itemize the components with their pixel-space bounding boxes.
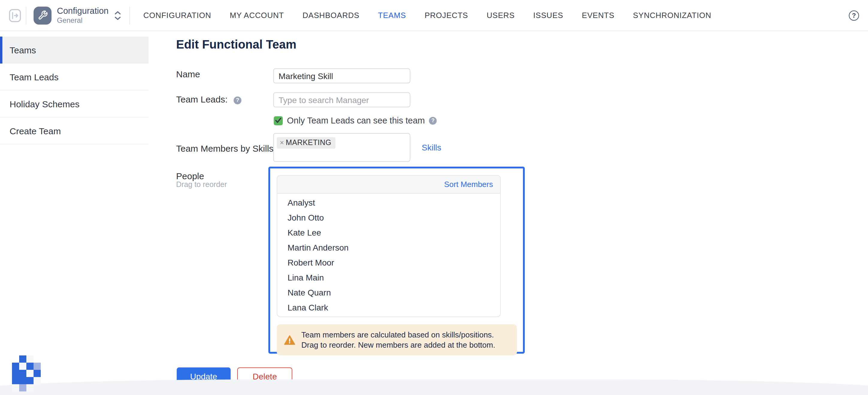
app-switcher-labels: Configuration General: [57, 6, 109, 24]
logo-pixel: [26, 370, 34, 377]
member-name: Analyst: [287, 198, 315, 207]
sort-members-link[interactable]: Sort Members: [444, 180, 493, 189]
top-nav-item[interactable]: SYNCHRONIZATION: [633, 11, 711, 20]
top-nav-item[interactable]: MY ACCOUNT: [230, 11, 284, 20]
logo-pixel: [26, 356, 34, 363]
skill-tag-label: MARKETING: [286, 139, 331, 147]
chevron-up-icon: [115, 10, 121, 15]
logo-pixel: [19, 356, 26, 363]
members-warning: Team members are calculated based on ski…: [277, 324, 517, 356]
logo-pixel: [34, 356, 41, 363]
logo-pixel: [34, 384, 41, 391]
logo-pixel: [19, 363, 26, 370]
skills-label: Team Members by Skills: [176, 143, 274, 153]
top-nav-item[interactable]: CONFIGURATION: [144, 11, 212, 20]
logo-pixel: [34, 363, 41, 370]
top-nav-item[interactable]: TEAMS: [378, 11, 406, 20]
skills-multiselect[interactable]: × MARKETING: [273, 133, 410, 162]
logo-pixel: [12, 363, 19, 370]
skill-tag: × MARKETING: [277, 137, 336, 148]
member-row[interactable]: Nate Quarn: [277, 285, 500, 300]
expand-sidebar-button[interactable]: [8, 7, 22, 23]
logo-pixel: [12, 384, 19, 391]
help-icon: ?: [852, 12, 856, 19]
visibility-checkbox[interactable]: [274, 116, 283, 125]
team-leads-label: Team Leads: ?: [176, 94, 241, 104]
top-bar-divider: [130, 6, 130, 24]
page-title: Edit Functional Team: [176, 38, 297, 52]
member-row[interactable]: Robert Moor: [277, 255, 500, 270]
remove-tag-icon[interactable]: ×: [280, 139, 284, 146]
app-switcher[interactable]: Configuration General: [26, 6, 130, 24]
warning-line-2: Drag to reorder. New members are added a…: [301, 340, 495, 350]
member-name: John Otto: [287, 212, 324, 222]
top-nav-item[interactable]: DASHBOARDS: [303, 11, 360, 20]
members-card: Sort Members Analyst John Otto Ka: [277, 175, 501, 317]
app-switcher-chevrons: [115, 10, 121, 20]
member-row[interactable]: Lana Clark: [277, 300, 500, 315]
member-name: Lina Main: [287, 272, 324, 282]
logo-pixel: [12, 377, 19, 384]
help-button[interactable]: ?: [849, 10, 859, 20]
people-panel: Sort Members Analyst John Otto Ka: [268, 166, 525, 354]
top-nav-item[interactable]: PROJECTS: [425, 11, 468, 20]
members-list: Analyst John Otto Kate Lee Martin Anders…: [277, 193, 500, 316]
team-name-input[interactable]: [273, 68, 410, 83]
checkmark-icon: [275, 118, 282, 123]
logo-pixel: [34, 370, 41, 377]
logo-pixel: [19, 384, 26, 391]
sidebar: Teams Team Leads Holiday Schemes Create …: [0, 31, 149, 395]
configuration-app-tile: [34, 6, 52, 24]
logo-pixel: [26, 384, 34, 391]
footer-background: [0, 379, 868, 395]
app-title: Configuration: [57, 6, 109, 15]
logo-pixel: [19, 377, 26, 384]
expand-sidebar-icon: [9, 9, 21, 22]
members-card-header: Sort Members: [277, 176, 500, 193]
top-nav-item[interactable]: EVENTS: [582, 11, 615, 20]
member-row[interactable]: Kate Lee: [277, 225, 500, 240]
logo-pixel: [26, 377, 34, 384]
member-row[interactable]: Martin Anderson: [277, 240, 500, 255]
people-hint: Drag to reorder: [176, 180, 227, 189]
member-row[interactable]: Lina Main: [277, 270, 500, 285]
logo-pixel: [34, 377, 41, 384]
sidebar-item[interactable]: Teams: [0, 36, 149, 64]
app-subtitle: General: [57, 17, 109, 24]
sidebar-item[interactable]: Create Team: [0, 118, 149, 145]
team-leads-help-icon[interactable]: ?: [234, 96, 241, 104]
visibility-row: Only Team Leads can see this team ?: [274, 116, 437, 125]
pixel-logo: [12, 356, 41, 391]
logo-pixel: [12, 356, 19, 363]
warning-line-1: Team members are calculated based on ski…: [301, 330, 495, 340]
skills-link[interactable]: Skills: [422, 143, 441, 152]
sidebar-item-label: Teams: [9, 45, 36, 55]
member-name: Nate Quarn: [287, 287, 331, 297]
main-content: Edit Functional Team Name Team Leads: ? …: [149, 31, 868, 395]
wrench-icon: [37, 10, 48, 20]
member-name: Kate Lee: [287, 227, 321, 237]
team-leads-search-input[interactable]: [273, 92, 410, 107]
sidebar-item-label: Team Leads: [9, 72, 58, 82]
sidebar-item[interactable]: Holiday Schemes: [0, 91, 149, 118]
member-name: Martin Anderson: [287, 242, 349, 252]
visibility-label: Only Team Leads can see this team: [287, 116, 425, 125]
top-bar: Configuration General CONFIGURATION MY A…: [0, 0, 868, 31]
top-nav-item[interactable]: ISSUES: [533, 11, 563, 20]
chevron-down-icon: [115, 16, 121, 20]
member-row[interactable]: Analyst: [277, 195, 500, 210]
application-window: Configuration General CONFIGURATION MY A…: [0, 0, 868, 395]
sidebar-item-label: Create Team: [9, 126, 61, 136]
top-nav-item[interactable]: USERS: [487, 11, 515, 20]
sidebar-item[interactable]: Team Leads: [0, 64, 149, 91]
member-name: Robert Moor: [287, 257, 334, 267]
top-navigation: CONFIGURATION MY ACCOUNT DASHBOARDS TEAM…: [144, 11, 711, 20]
logo-pixel: [26, 363, 34, 370]
visibility-help-icon[interactable]: ?: [429, 117, 437, 124]
name-label: Name: [176, 69, 200, 79]
member-row[interactable]: John Otto: [277, 210, 500, 225]
logo-pixel: [19, 370, 26, 377]
member-name: Lana Clark: [287, 302, 328, 312]
team-leads-label-text: Team Leads:: [176, 94, 228, 104]
sidebar-item-label: Holiday Schemes: [9, 99, 80, 109]
